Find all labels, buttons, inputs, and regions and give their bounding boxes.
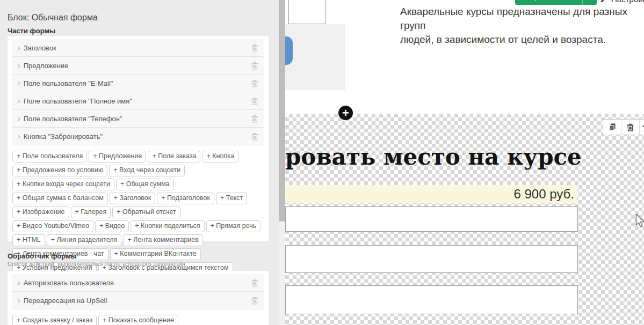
settings-label: Настройки bbox=[611, 0, 644, 4]
delete-part-button[interactable] bbox=[251, 79, 258, 87]
publish-label: Опубликовано bbox=[515, 0, 582, 1]
delete-part-button[interactable] bbox=[251, 44, 258, 52]
add-part-button[interactable]: + Комментарии ВКонтакте bbox=[110, 248, 201, 260]
duplicate-icon bbox=[608, 123, 617, 131]
chevron-right-icon: › bbox=[18, 79, 20, 87]
trash-icon bbox=[251, 44, 258, 52]
add-part-button[interactable]: + Линия разделителя bbox=[47, 234, 122, 246]
form-handler-list: › Авторизовать пользователя bbox=[12, 274, 264, 309]
form-part-label: Поле пользователя "E-Mail" bbox=[24, 79, 113, 87]
trash-icon bbox=[251, 79, 258, 87]
form-parts-heading: Части формы bbox=[8, 27, 55, 35]
add-handler-button[interactable]: + Создать заявку / заказ bbox=[12, 315, 97, 325]
add-part-button[interactable]: + Прямая речь bbox=[206, 220, 261, 232]
preview-input-field[interactable] bbox=[285, 245, 578, 273]
form-parts-card: › Заголовок › bbox=[8, 36, 269, 241]
delete-part-button[interactable] bbox=[251, 97, 258, 105]
form-part-row[interactable]: › Предложение bbox=[12, 57, 264, 75]
price-text: 6 900 руб. bbox=[514, 187, 575, 201]
price-bar[interactable]: 6 900 руб. bbox=[285, 185, 577, 203]
handler-label: Авторизовать пользователя bbox=[24, 279, 114, 287]
app-window: Блок: Обычная форма Части формы › Заголо… bbox=[0, 0, 644, 325]
preview-gray-panel bbox=[285, 24, 345, 90]
add-part-button[interactable]: + Кнопка bbox=[202, 151, 238, 162]
publish-button[interactable]: Опубликовано … bbox=[515, 0, 597, 5]
form-part-row[interactable]: › Кнопка "Забронировать" bbox=[12, 128, 264, 145]
add-part-button[interactable]: + Кнопки поделиться bbox=[131, 220, 204, 232]
form-part-label: Заголовок bbox=[24, 44, 56, 52]
block-title: Блок: Обычная форма bbox=[8, 13, 98, 23]
block-menu-button[interactable] bbox=[640, 120, 644, 135]
paragraph-text: Акварельные курсы предназначены для разн… bbox=[400, 5, 642, 47]
add-part-buttons: + Поле пользователя+ Предложение+ Поле з… bbox=[12, 150, 264, 289]
delete-handler-button[interactable] bbox=[251, 297, 258, 305]
add-part-button[interactable]: + Заголовок bbox=[110, 193, 156, 204]
add-part-button[interactable]: + Общая сумма bbox=[116, 179, 174, 190]
form-handler-heading: Обработчик формы bbox=[8, 252, 77, 260]
add-part-button[interactable]: + Вход через соцсети bbox=[109, 165, 185, 176]
preview-input-field[interactable] bbox=[285, 285, 578, 314]
wrench-icon bbox=[600, 0, 608, 3]
add-part-button[interactable]: + Общая сумма с балансом bbox=[12, 193, 108, 204]
delete-block-button[interactable] bbox=[621, 120, 640, 135]
trash-icon bbox=[251, 279, 258, 287]
form-part-label: Поле пользователя "Полное имя" bbox=[24, 97, 132, 105]
add-handler-button[interactable]: + Показать сообщение bbox=[98, 315, 178, 325]
form-part-row[interactable]: › Поле пользователя "Полное имя" bbox=[12, 92, 264, 110]
trash-icon bbox=[251, 297, 258, 305]
form-part-row[interactable]: › Заголовок bbox=[12, 39, 264, 57]
partial-input-box[interactable] bbox=[288, 0, 326, 24]
chevron-right-icon: › bbox=[18, 62, 20, 69]
handler-row[interactable]: › Переадресация на UpSell bbox=[12, 292, 264, 309]
chevron-right-icon: › bbox=[18, 279, 20, 286]
trash-icon bbox=[626, 123, 634, 131]
delete-handler-button[interactable] bbox=[251, 279, 258, 287]
form-part-row[interactable]: › Поле пользователя "Телефон" bbox=[12, 110, 264, 128]
form-part-label: Поле пользователя "Телефон" bbox=[24, 115, 122, 123]
add-part-button[interactable]: + Изображение bbox=[12, 206, 69, 218]
delete-part-button[interactable] bbox=[251, 115, 258, 123]
add-part-button[interactable]: + HTML bbox=[12, 234, 45, 246]
add-part-button[interactable]: + Лента комментариев bbox=[123, 234, 203, 246]
caret-down-icon bbox=[642, 125, 644, 129]
publish-divider bbox=[582, 0, 583, 5]
block-settings-panel: Блок: Обычная форма Части формы › Заголо… bbox=[0, 0, 279, 325]
delete-part-button[interactable] bbox=[251, 62, 258, 70]
form-part-row[interactable]: › Поле пользователя "E-Mail" bbox=[12, 75, 264, 92]
trash-icon bbox=[251, 97, 258, 105]
handler-row[interactable]: › Авторизовать пользователя bbox=[12, 274, 264, 292]
blue-button-fragment[interactable] bbox=[285, 36, 293, 65]
add-part-button[interactable]: + Обратный отсчет bbox=[112, 206, 180, 218]
delete-part-button[interactable] bbox=[251, 132, 258, 141]
block-toolbar bbox=[603, 119, 644, 135]
plus-icon: + bbox=[342, 106, 349, 120]
form-part-label: Кнопка "Забронировать" bbox=[24, 132, 103, 141]
scrollbar-thumb[interactable] bbox=[279, 0, 285, 221]
form-handler-subtitle: Список действий, выполняющихся после усп… bbox=[8, 261, 185, 267]
preview-input-field[interactable] bbox=[285, 206, 578, 232]
more-icon: … bbox=[583, 0, 597, 1]
add-part-button[interactable]: + Предложение bbox=[89, 151, 146, 162]
form-handler-card: › Авторизовать пользователя bbox=[8, 271, 269, 325]
add-handler-buttons: + Создать заявку / заказ+ Показать сообщ… bbox=[12, 314, 264, 325]
chevron-right-icon: › bbox=[18, 44, 20, 51]
form-part-label: Предложение bbox=[24, 62, 69, 70]
add-part-button[interactable]: + Предложения по условию bbox=[12, 165, 107, 176]
chevron-right-icon: › bbox=[18, 132, 20, 140]
add-part-button[interactable]: + Галерея bbox=[71, 206, 111, 218]
add-part-button[interactable]: + Кнопки входа через соцсети bbox=[12, 179, 114, 190]
add-part-button[interactable]: + Видео Youtube/Vimeo bbox=[12, 220, 93, 232]
chevron-right-icon: › bbox=[18, 115, 20, 122]
add-part-button[interactable]: + Подзаголовок bbox=[157, 193, 214, 204]
add-part-button[interactable]: + Поле заказа bbox=[148, 151, 200, 162]
duplicate-block-button[interactable] bbox=[603, 120, 621, 135]
add-part-button[interactable]: + Текст bbox=[216, 193, 247, 204]
settings-button[interactable]: Настройки bbox=[600, 0, 644, 5]
add-part-button[interactable]: + Поле пользователя bbox=[12, 151, 87, 162]
trash-icon bbox=[251, 115, 258, 123]
add-block-button[interactable]: + bbox=[338, 106, 353, 120]
scrollbar-track[interactable] bbox=[279, 0, 285, 325]
add-part-button[interactable]: + Видео bbox=[95, 220, 129, 232]
paragraph-line: людей, в зависимости от целей и возраста… bbox=[400, 33, 642, 47]
trash-icon bbox=[251, 132, 258, 141]
